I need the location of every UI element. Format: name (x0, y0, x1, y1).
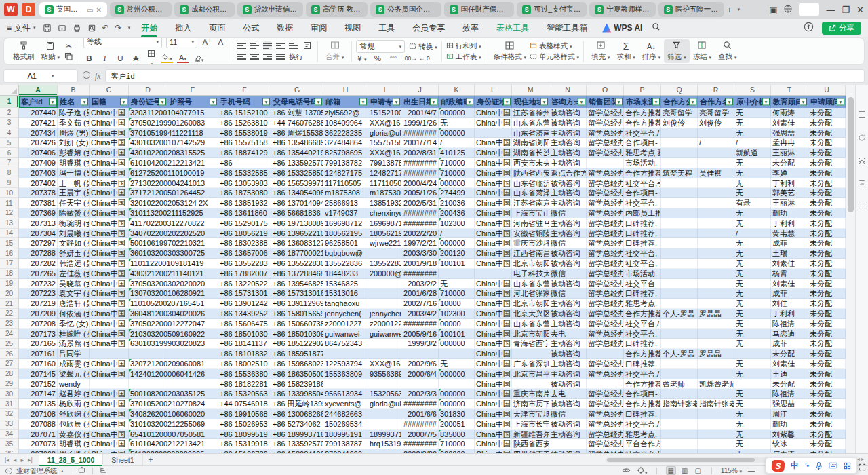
cell-H10[interactable]: m1875308 (323, 188, 368, 198)
cell-J27[interactable]: 2002/9/6 (401, 359, 439, 369)
cell-Q35[interactable] (661, 439, 698, 449)
eye-protect-icon[interactable] (622, 467, 631, 475)
cell-K31[interactable]: 000000 (439, 399, 475, 409)
cell-F25[interactable]: +86 18141137 (218, 339, 271, 349)
menu-tab-工具[interactable]: 工具 (377, 20, 396, 36)
cell-J8[interactable]: ######## (401, 168, 439, 178)
menu-tab-公式[interactable]: 公式 (241, 20, 260, 36)
cell-B26[interactable]: 吕同学 (58, 349, 90, 359)
cell-C15[interactable]: China中国 (90, 238, 129, 248)
cell-O28[interactable]: 留学总经办 (587, 369, 624, 379)
cell-U31[interactable]: 未分配 (808, 399, 846, 409)
cell-D24[interactable]: 210303200509160922 (129, 329, 167, 339)
cell-C17[interactable]: China中国 (90, 259, 129, 269)
cell-C9[interactable]: China中国 (90, 178, 129, 189)
menu-tab-插入[interactable]: 插入 (174, 20, 193, 36)
cell-A26[interactable]: 207161 (19, 349, 58, 359)
cell-K10[interactable]: 274499 (439, 188, 475, 198)
cell-H27[interactable]: 122593794 (323, 359, 368, 369)
document-tab[interactable]: S英国留学生...▭✕ (39, 2, 107, 17)
cell-U28[interactable]: 未分配 (808, 369, 846, 379)
cell-R13[interactable] (698, 218, 734, 229)
cell-M29[interactable] (512, 379, 549, 390)
cell-A2[interactable]: 207440 (19, 108, 58, 118)
increase-font-icon[interactable]: A⁺ (201, 37, 213, 47)
share-button[interactable]: 分享 (822, 22, 861, 35)
close-button[interactable]: ✕ (856, 5, 864, 15)
cell-T33[interactable]: 蒯玏 (771, 419, 808, 430)
column-header-K[interactable]: K (439, 85, 475, 95)
strikethrough-button[interactable]: A (130, 54, 142, 62)
column-header-S[interactable]: S (734, 85, 771, 95)
cell-A10[interactable]: 207378 (19, 188, 58, 198)
cell-N6[interactable]: 主动咨询 (549, 148, 587, 158)
cell-I2[interactable]: 151521001 (368, 108, 401, 118)
cell-U9[interactable]: 未分配 (808, 178, 846, 189)
cell-U16[interactable]: 未分配 (808, 248, 846, 259)
cell-K28[interactable]: 000000 (439, 369, 475, 379)
cell-M30[interactable]: 重庆市南岸 (512, 389, 549, 399)
menu-tab-开始[interactable]: 开始 (140, 20, 159, 36)
cell-T22[interactable]: 丁利利 (771, 309, 808, 319)
cell-O6[interactable]: 留学总经办 (587, 148, 624, 158)
cell-T27[interactable]: 刘素佳 (771, 359, 808, 369)
cell-R22[interactable]: 罗晶晶 (698, 309, 734, 319)
cell-L6[interactable]: China中国 (475, 148, 512, 158)
cell-Q23[interactable] (661, 319, 698, 329)
cell-T2[interactable]: 何雨涛 (771, 108, 808, 118)
cell-M28[interactable]: 北京市昌平 (512, 369, 549, 379)
cell-S10[interactable]: 无 (734, 188, 771, 198)
cell-A27[interactable]: 207160 (19, 359, 58, 369)
cell-N31[interactable]: 被动咨询 (549, 399, 587, 409)
header-cell-I1[interactable]: 申请专用▼ (368, 96, 401, 108)
font-name-select[interactable]: 等线▾ (83, 37, 162, 48)
cell-O29[interactable] (587, 379, 624, 390)
row-header-7[interactable]: 7 (0, 158, 19, 168)
column-header-R[interactable]: R (698, 85, 734, 95)
center-view-icon[interactable]: ▾ (637, 466, 648, 475)
cell-S2[interactable]: 无 (734, 108, 771, 118)
cell-A13[interactable]: 207313 (19, 218, 58, 229)
cell-R16[interactable] (698, 248, 734, 259)
ime-lang-toggle[interactable]: 中 (791, 460, 799, 472)
cell-K23[interactable]: 00000 (439, 319, 475, 329)
cell-I24[interactable]: guiwanwei (368, 329, 401, 339)
justify-icon[interactable] (276, 52, 285, 61)
system-name[interactable]: 业财管理系统 (16, 466, 57, 475)
add-sheet-button[interactable]: + (149, 455, 153, 465)
cell-I12[interactable]: chenxinyur (368, 208, 401, 218)
cell-L11[interactable]: China中国 (475, 198, 512, 208)
cell-F15[interactable]: +86 18302388 (218, 238, 271, 248)
cell-C3[interactable]: China中国 (90, 118, 129, 128)
row-header-27[interactable]: 27 (0, 359, 19, 369)
cell-K25[interactable]: 000000 (439, 339, 475, 349)
cell-I15[interactable]: wjrwe221( (368, 238, 401, 248)
cell-L21[interactable]: China中国 (475, 299, 512, 309)
cell-L26[interactable]: China中国 (475, 349, 512, 359)
cell-R17[interactable] (698, 259, 734, 269)
cell-Q19[interactable] (661, 279, 698, 289)
cell-A14[interactable]: 207304 (19, 229, 58, 239)
cell-I9[interactable]: 117110505 (368, 178, 401, 189)
column-header-J[interactable]: J (401, 85, 439, 95)
cell-F19[interactable]: +86 13220522 (218, 279, 271, 289)
cell-R35[interactable] (698, 439, 734, 449)
cell-O31[interactable]: 留学总经办 (587, 399, 624, 409)
cell-A8[interactable]: 207403 (19, 168, 58, 178)
menu-tab-table-tools[interactable]: 表格工具 (495, 20, 530, 36)
cell-T29[interactable]: 未分配 (771, 379, 808, 390)
cell-S7[interactable]: 无 (734, 158, 771, 168)
cell-A16[interactable]: 207288 (19, 248, 58, 259)
cell-N16[interactable]: 被动咨询 (549, 248, 587, 259)
document-tab[interactable]: S贷款申请信息.xlsx (237, 2, 303, 17)
cell-R10[interactable] (698, 188, 734, 198)
cell-N34[interactable]: 主动咨询 (549, 430, 587, 440)
cell-C16[interactable]: China中国 (90, 248, 129, 259)
cell-G16[interactable]: +86 1877000215 (271, 248, 323, 259)
cell-H4[interactable]: 362228235 (323, 128, 368, 138)
cell-O19[interactable]: 留学总经办 (587, 279, 624, 289)
cell-F11[interactable]: +86 13851932 (218, 198, 271, 208)
file-menu[interactable]: ≡ 文件 ▾ (7, 22, 36, 34)
cell-K14[interactable]: / (439, 229, 475, 239)
cell-T17[interactable]: 刘素佳 (771, 259, 808, 269)
